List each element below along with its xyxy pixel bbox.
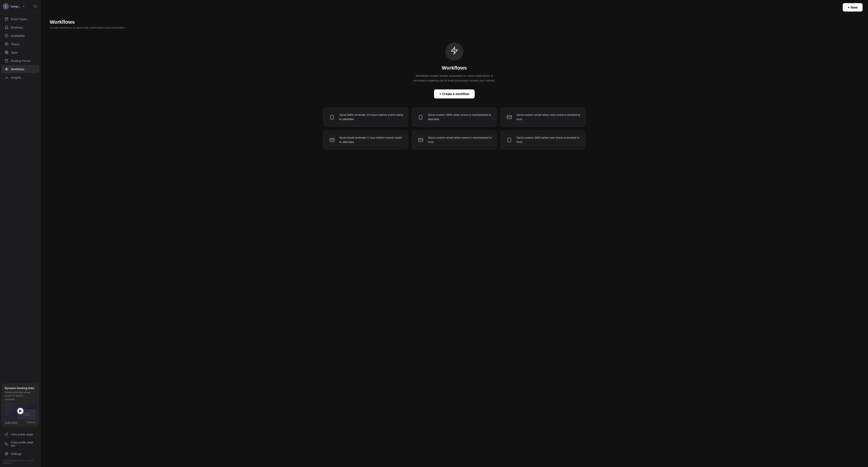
svg-rect-9 bbox=[7, 51, 8, 52]
workflow-template-card[interactable]: Send custom SMS when new event is booked… bbox=[500, 130, 585, 149]
sidebar-item-label: Copy public page link bbox=[11, 441, 36, 447]
sidebar-item-label: Workflows bbox=[11, 68, 24, 71]
dbc-footer: Learn more Dismiss bbox=[5, 421, 36, 424]
workflow-template-card[interactable]: Send custom email when event is reschedu… bbox=[412, 130, 497, 149]
new-button[interactable]: + New bbox=[843, 3, 863, 11]
sidebar-item-label: Insights bbox=[11, 76, 21, 79]
workflow-template-text: Send custom SMS when event is reschedule… bbox=[428, 113, 492, 122]
sidebar-item-bookings[interactable]: Bookings bbox=[1, 23, 39, 31]
workflow-template-text: Send custom email when new event is book… bbox=[517, 113, 581, 122]
sidebar-item-label: Settings bbox=[11, 452, 22, 456]
sidebar-header-actions bbox=[32, 4, 38, 9]
sidebar-item-label: Event Types bbox=[11, 18, 27, 21]
sidebar-item-teams[interactable]: Teams bbox=[1, 40, 39, 48]
svg-rect-10 bbox=[5, 53, 6, 54]
workflow-template-card[interactable]: Send SMS reminder 24 hours before event … bbox=[323, 107, 408, 127]
clock-icon bbox=[4, 34, 8, 38]
mobile-icon bbox=[328, 113, 336, 121]
dynamic-booking-card: Dynamic booking links Booking link that … bbox=[2, 384, 39, 427]
bar-chart-icon bbox=[4, 75, 8, 79]
sidebar-item-label: View public page bbox=[11, 433, 33, 436]
create-workflow-button[interactable]: + Create a workflow bbox=[434, 90, 475, 98]
mobile-icon bbox=[505, 136, 513, 144]
sidebar-item-event-types[interactable]: Event Types bbox=[1, 15, 39, 23]
sidebar-item-settings[interactable]: Settings bbox=[1, 449, 39, 458]
sidebar-header: L llango... ▾ bbox=[0, 0, 40, 13]
svg-marker-12 bbox=[5, 68, 8, 70]
learn-more-link[interactable]: Learn more bbox=[5, 421, 18, 424]
bolt-icon bbox=[450, 46, 458, 57]
chevron-down-icon: ▾ bbox=[23, 5, 24, 8]
svg-rect-20 bbox=[331, 115, 334, 119]
sidebar-item-label: Bookings bbox=[11, 26, 23, 29]
svg-point-7 bbox=[5, 43, 6, 44]
book-icon bbox=[4, 25, 8, 29]
svg-point-18 bbox=[6, 453, 7, 454]
zap-icon bbox=[4, 67, 8, 71]
sidebar-bottom: View public page Copy public page link S… bbox=[0, 428, 40, 467]
sidebar-item-label: Teams bbox=[11, 42, 20, 46]
workflow-template-text: Send SMS reminder 24 hours before event … bbox=[339, 113, 403, 122]
workflow-template-card[interactable]: Send custom SMS when event is reschedule… bbox=[412, 107, 497, 127]
svg-point-0 bbox=[34, 5, 36, 7]
page-subtitle: Create workflows to automate notificatio… bbox=[50, 26, 859, 29]
svg-line-16 bbox=[6, 433, 8, 434]
workflow-templates-grid: Send SMS reminder 24 hours before event … bbox=[319, 107, 590, 149]
page-header: Workflows Create workflows to automate n… bbox=[50, 19, 859, 29]
sidebar-item-apps[interactable]: Apps bbox=[1, 48, 39, 57]
username: llango... bbox=[11, 5, 21, 8]
workflow-template-card[interactable]: Send custom email when new event is book… bbox=[500, 107, 585, 127]
sidebar: L llango... ▾ Event Types Bookings bbox=[0, 0, 41, 467]
svg-rect-11 bbox=[7, 53, 8, 54]
page-content: Workflows Create workflows to automate n… bbox=[41, 15, 868, 467]
sidebar-item-insights[interactable]: Insights bbox=[1, 73, 39, 81]
svg-rect-2 bbox=[5, 18, 8, 21]
external-link-icon bbox=[4, 432, 8, 436]
workflow-template-text: Send email reminder 1 hour before events… bbox=[339, 135, 403, 144]
workflow-template-text: Send custom SMS when new event is booked… bbox=[517, 135, 581, 144]
hero-title: Workflows bbox=[442, 65, 467, 71]
dismiss-button[interactable]: Dismiss bbox=[27, 421, 36, 424]
play-button[interactable] bbox=[17, 408, 24, 414]
main-content: + New Workflows Create workflows to auto… bbox=[41, 0, 868, 467]
mail-icon bbox=[328, 136, 336, 144]
mail-icon bbox=[416, 136, 425, 144]
users-icon bbox=[4, 42, 8, 46]
avatar: L bbox=[3, 3, 9, 9]
workflow-template-card[interactable]: Send email reminder 1 hour before events… bbox=[323, 130, 408, 149]
svg-rect-17 bbox=[6, 443, 8, 445]
footer-copyright: © 2023 Cal.com, Inc. v.3.1.6-h-a634411 bbox=[0, 458, 40, 466]
sidebar-item-label: Apps bbox=[11, 51, 18, 54]
mobile-icon bbox=[416, 113, 425, 121]
sidebar-item-view-public-page[interactable]: View public page bbox=[1, 430, 39, 438]
grid-icon bbox=[4, 51, 8, 55]
workflow-template-text: Send custom email when event is reschedu… bbox=[428, 135, 492, 144]
settings-icon bbox=[4, 452, 8, 456]
hero-icon-container bbox=[445, 42, 463, 61]
svg-line-1 bbox=[36, 7, 36, 8]
mail-icon bbox=[505, 113, 513, 121]
user-menu[interactable]: L llango... ▾ bbox=[3, 3, 24, 9]
topbar: + New bbox=[41, 0, 868, 15]
page-title: Workflows bbox=[50, 19, 859, 25]
sidebar-item-label: Routing Forms bbox=[11, 59, 30, 63]
dbc-title: Dynamic booking links bbox=[5, 387, 36, 390]
hero-description: Workflows enable simple automation to se… bbox=[409, 74, 500, 83]
svg-rect-24 bbox=[508, 138, 511, 142]
sidebar-nav: Event Types Bookings Availability Teams bbox=[0, 13, 40, 382]
hero-section: Workflows Workflows enable simple automa… bbox=[50, 31, 859, 107]
sidebar-item-workflows[interactable]: Workflows bbox=[1, 65, 39, 73]
svg-marker-19 bbox=[452, 47, 458, 54]
search-button[interactable] bbox=[32, 4, 38, 9]
copy-icon bbox=[4, 442, 8, 446]
sidebar-item-label: Availability bbox=[11, 34, 25, 37]
sidebar-item-routing-forms[interactable]: Routing Forms bbox=[1, 57, 39, 65]
file-icon bbox=[4, 59, 8, 63]
dbc-description: Booking link that allows people to quick… bbox=[5, 391, 36, 401]
sidebar-item-copy-public-page-link[interactable]: Copy public page link bbox=[1, 438, 39, 449]
calendar-icon bbox=[4, 17, 8, 21]
svg-rect-8 bbox=[5, 51, 6, 52]
svg-rect-22 bbox=[419, 115, 422, 119]
sidebar-item-availability[interactable]: Availability bbox=[1, 32, 39, 40]
dbc-thumbnail[interactable]: Tuesday10:30am bbox=[5, 403, 36, 419]
